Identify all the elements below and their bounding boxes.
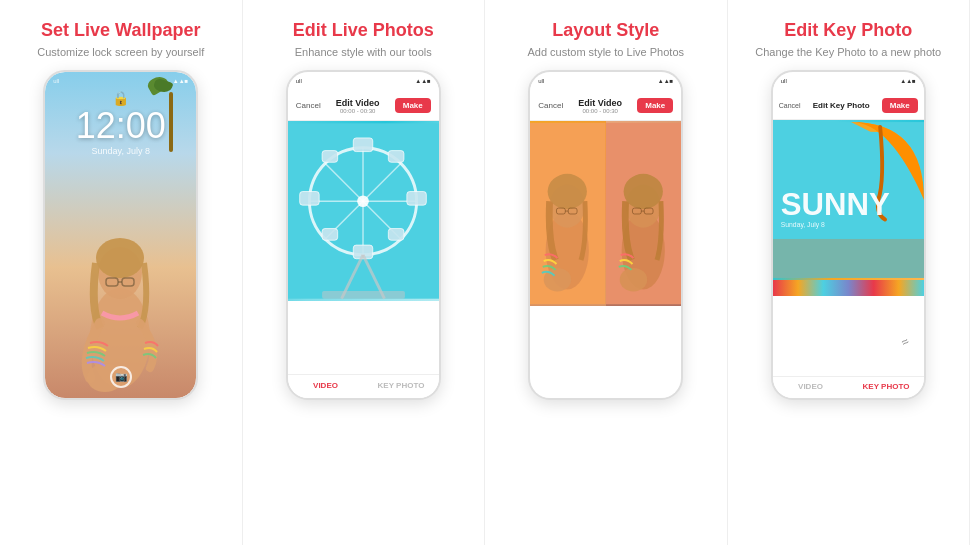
section3-subtitle: Add custom style to Live Photos	[527, 46, 684, 58]
status-signal-4: ull	[781, 78, 787, 84]
svg-rect-14	[353, 138, 372, 152]
status-bar-1: ull ▲▲■	[45, 72, 196, 88]
ferris-wheel-image	[288, 121, 439, 301]
phone3-frame: ull ▲▲■ Cancel Edit Video 00:00 - 00:30 …	[528, 70, 683, 400]
svg-text:Sunday, July 8: Sunday, July 8	[781, 221, 825, 229]
edit-key-photo-title: Edit Key Photo	[813, 101, 870, 110]
section-layout-style: Layout Style Add custom style to Live Ph…	[485, 0, 728, 545]
svg-text:SUNNY: SUNNY	[781, 186, 890, 221]
section2-subtitle: Enhance style with our tools	[295, 46, 432, 58]
key-photo-image: SUNNY Sunday, July 8	[773, 120, 924, 280]
svg-rect-18	[388, 150, 404, 162]
camera-button[interactable]: 📷	[110, 366, 132, 388]
section4-subtitle: Change the Key Photo to a new photo	[755, 46, 941, 58]
svg-rect-21	[322, 150, 338, 162]
status-signal-3: ull	[538, 78, 544, 84]
color-swatch-strip	[773, 280, 924, 296]
cancel-button-4[interactable]: Cancel	[779, 102, 801, 109]
edit-video-title-3: Edit Video	[578, 98, 622, 108]
girl-figure	[50, 178, 190, 398]
lock-date: Sunday, July 8	[92, 146, 150, 156]
status-battery-2: ▲▲■	[415, 78, 431, 84]
status-battery-4: ▲▲■	[900, 78, 916, 84]
status-bar-2: ull ▲▲■	[288, 72, 439, 88]
svg-rect-20	[322, 228, 338, 240]
svg-point-13	[357, 195, 369, 207]
section-edit-key-photo: Edit Key Photo Change the Key Photo to a…	[728, 0, 971, 545]
section2-title: Edit Live Photos	[293, 20, 434, 42]
svg-point-2	[96, 238, 144, 278]
camera-icon: 📷	[110, 366, 132, 388]
edit-video-title: Edit Video	[336, 98, 380, 108]
section3-title: Layout Style	[552, 20, 659, 42]
tab-key-photo-4[interactable]: KEY PHOTO	[848, 377, 924, 398]
phone2-frame: ull ▲▲■ Cancel Edit Video 00:00 - 00:30 …	[286, 70, 441, 400]
split-image	[530, 121, 681, 306]
section-set-live-wallpaper: Set Live Wallpaper Customize lock screen…	[0, 0, 243, 545]
lock-time: 12:00	[76, 108, 166, 144]
svg-rect-15	[407, 191, 426, 205]
status-bar-4: ull ▲▲■	[773, 72, 924, 88]
svg-rect-24	[322, 290, 405, 298]
phone4-tabs: VIDEO KEY PHOTO	[773, 376, 924, 398]
svg-rect-19	[388, 228, 404, 240]
section1-subtitle: Customize lock screen by yourself	[37, 46, 204, 58]
section4-title: Edit Key Photo	[784, 20, 912, 42]
time-range: 00:00 - 00:30	[336, 108, 380, 114]
cancel-button-2[interactable]: Cancel	[296, 101, 321, 110]
tab-video-2[interactable]: VIDEO	[288, 375, 364, 398]
status-bar-3: ull ▲▲■	[530, 72, 681, 88]
section-edit-live-photos: Edit Live Photos Enhance style with our …	[243, 0, 486, 545]
svg-point-37	[619, 268, 646, 292]
cancel-button-3[interactable]: Cancel	[538, 101, 563, 110]
phone1-frame: 🔒 12:00 Sunday, July 8 ull ▲▲■	[43, 70, 198, 400]
svg-rect-42	[773, 239, 924, 278]
status-battery-3: ▲▲■	[658, 78, 674, 84]
lock-screen-overlay: 🔒 12:00 Sunday, July 8	[45, 90, 196, 156]
lock-icon: 🔒	[112, 90, 129, 106]
status-signal: ull	[53, 78, 59, 84]
section1-title: Set Live Wallpaper	[41, 20, 200, 42]
status-signal-2: ull	[296, 78, 302, 84]
status-battery: ▲▲■	[173, 78, 189, 84]
svg-point-28	[548, 173, 587, 208]
split-left-image	[530, 121, 606, 306]
make-button-2[interactable]: Make	[395, 98, 431, 113]
make-button-3[interactable]: Make	[637, 98, 673, 113]
make-button-4[interactable]: Make	[882, 98, 918, 113]
ferris-wheel-svg	[288, 121, 439, 301]
phone2-tabs: VIDEO KEY PHOTO	[288, 374, 439, 398]
tab-key-photo-2[interactable]: KEY PHOTO	[363, 375, 439, 398]
tab-video-4[interactable]: VIDEO	[773, 377, 849, 398]
svg-rect-17	[299, 191, 318, 205]
more-tool[interactable]: ≈	[894, 331, 916, 353]
time-range-3: 00:00 - 00:30	[578, 108, 622, 114]
svg-point-36	[623, 173, 662, 208]
phone4-frame: ull ▲▲■ Cancel Edit Key Photo Make	[771, 70, 926, 400]
split-right-image	[606, 121, 682, 306]
